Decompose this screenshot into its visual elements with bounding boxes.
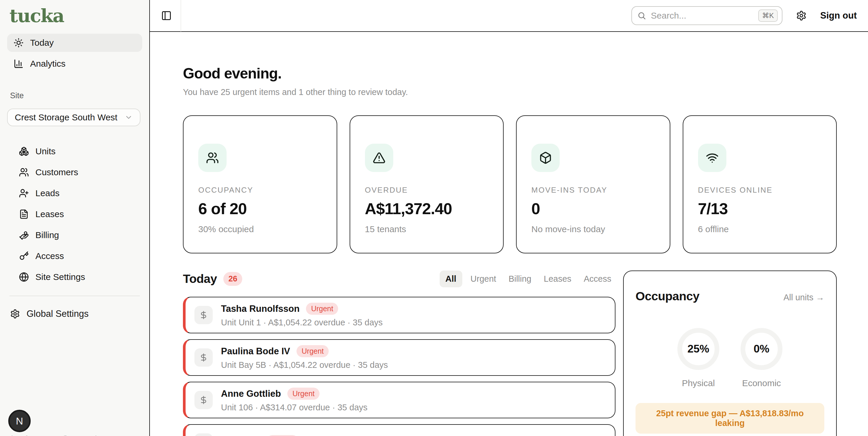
tab-urgent[interactable]: Urgent (466, 271, 500, 287)
search-icon (637, 11, 646, 20)
site-selector-value: Crest Storage South West (15, 113, 117, 122)
revenue-gap-alert: 25pt revenue gap — A$13,818.83/mo leakin… (636, 403, 824, 434)
hand-coins-icon (19, 230, 29, 240)
stat-label: OVERDUE (365, 186, 489, 195)
globe-icon (19, 272, 29, 282)
sidebar-item-billing[interactable]: Billing (12, 226, 142, 244)
stat-value: A$11,372.40 (365, 199, 489, 218)
occupancy-panel: Occupancy All units → 25% Physical (623, 271, 837, 436)
sidebar-item-leases[interactable]: Leases (12, 205, 142, 223)
feed-header: Today 26 All Urgent Billing Leases Acces… (183, 271, 615, 287)
app-root: tucka Today Analytics Site Crest Storage… (0, 0, 868, 436)
avatar[interactable]: N (8, 410, 31, 432)
sign-out-button[interactable]: Sign out (820, 10, 857, 21)
urgent-badge: Urgent (297, 345, 329, 357)
stat-subtext: 15 tenants (365, 224, 489, 234)
sidebar-item-customers[interactable]: Customers (12, 163, 142, 181)
settings-gear-button[interactable] (796, 10, 807, 21)
feed-item-detail: Unit 106 · A$314.07 overdue · 35 days (221, 403, 368, 412)
feed-item-name: Paulina Bode IV (221, 346, 290, 356)
dollar-icon (194, 433, 213, 436)
wifi-icon (698, 144, 726, 172)
today-feed: Today 26 All Urgent Billing Leases Acces… (183, 271, 615, 436)
urgent-badge: Urgent (267, 435, 299, 436)
stat-value: 7/13 (698, 199, 822, 218)
header-divider (181, 0, 181, 32)
dollar-icon (194, 391, 213, 409)
sidebar-item-label: Site Settings (35, 272, 85, 282)
sidebar: tucka Today Analytics Site Crest Storage… (0, 0, 150, 436)
stat-value: 6 of 20 (198, 199, 322, 218)
sidebar-toggle-button[interactable] (161, 10, 172, 21)
panel-title: Occupancy (636, 289, 700, 303)
feed-item-name: Anne Gottlieb (221, 388, 281, 399)
tab-all[interactable]: All (440, 271, 462, 287)
brand-logo[interactable]: tucka (9, 6, 142, 26)
gauge-label: Physical (682, 378, 715, 388)
gauge-value: 0% (753, 343, 769, 355)
tab-billing[interactable]: Billing (504, 271, 535, 287)
sidebar-item-label: Leads (35, 188, 60, 198)
search-placeholder: Search... (651, 11, 753, 21)
stat-label: MOVE-INS TODAY (531, 186, 655, 195)
sidebar-item-label: Analytics (30, 59, 65, 69)
sidebar-item-label: Today (30, 38, 54, 48)
feed-item[interactable]: Paulina Bode IV Urgent Unit Bay 5B · A$1… (183, 339, 615, 376)
key-icon (19, 251, 29, 261)
sidebar-divider (9, 295, 140, 296)
sidebar-site-nav: Units Customers Leads Leases (7, 142, 142, 286)
stat-label: DEVICES ONLINE (698, 186, 822, 195)
main-content: Good evening. You have 25 urgent items a… (150, 32, 868, 436)
sidebar-item-units[interactable]: Units (12, 142, 142, 160)
sidebar-item-label: Billing (35, 230, 59, 240)
feed-item-name: Tasha Runolfsson (221, 304, 300, 314)
bottom-section: Today 26 All Urgent Billing Leases Acces… (183, 271, 837, 436)
dollar-icon (194, 306, 213, 324)
stat-subtext: 30% occupied (198, 224, 322, 234)
feed-item-detail: Unit Bay 5B · A$1,054.22 overdue · 35 da… (221, 360, 388, 370)
feed-item-detail: Unit Unit 1 · A$1,054.22 overdue · 35 da… (221, 318, 383, 328)
site-section-label: Site (10, 91, 142, 100)
sidebar-main-nav: Today Analytics (7, 34, 142, 73)
feed-filter-tabs: All Urgent Billing Leases Access (440, 271, 615, 287)
sidebar-item-label: Access (35, 251, 64, 261)
sidebar-item-leads[interactable]: Leads (12, 184, 142, 203)
tab-access[interactable]: Access (580, 271, 615, 287)
sidebar-item-access[interactable]: Access (12, 247, 142, 265)
feed-item[interactable]: Anne Gottlieb Urgent Unit 106 · A$314.07… (183, 382, 615, 418)
sidebar-item-global-settings[interactable]: Global Settings (7, 305, 142, 323)
content-column: Search... ⌘K Sign out Good evening. You … (150, 0, 868, 436)
all-units-link[interactable]: All units → (783, 293, 824, 302)
feed-item[interactable]: Ray Torp Urgent (183, 424, 615, 436)
occupancy-gauges: 25% Physical 0% Economic (636, 328, 824, 388)
gauge-economic: 0% Economic (741, 328, 782, 388)
chevron-down-icon (125, 113, 133, 122)
gear-icon (10, 309, 20, 319)
site-selector[interactable]: Crest Storage South West (7, 108, 141, 126)
dollar-icon (194, 348, 213, 367)
user-plus-icon (19, 188, 29, 198)
gauge-physical: 25% Physical (677, 328, 719, 388)
sidebar-item-label: Leases (35, 209, 64, 219)
search-shortcut-badge: ⌘K (758, 9, 778, 22)
greeting-title: Good evening. (183, 65, 837, 82)
tab-leases[interactable]: Leases (539, 271, 576, 287)
stat-value: 0 (531, 199, 655, 218)
users-icon (19, 167, 29, 177)
sidebar-item-analytics[interactable]: Analytics (7, 55, 142, 73)
boxes-icon (19, 146, 29, 156)
sidebar-item-label: Customers (35, 167, 78, 177)
gear-icon (796, 10, 807, 21)
user-info: N dev-f2824265@example.com (8, 410, 120, 436)
feed-list: Tasha Runolfsson Urgent Unit Unit 1 · A$… (183, 297, 615, 436)
sidebar-item-label: Units (35, 146, 56, 156)
sidebar-item-site-settings[interactable]: Site Settings (12, 268, 142, 286)
feed-item[interactable]: Tasha Runolfsson Urgent Unit Unit 1 · A$… (183, 297, 615, 333)
sidebar-item-today[interactable]: Today (7, 34, 142, 52)
stat-card-overdue: OVERDUE A$11,372.40 15 tenants (350, 115, 504, 253)
greeting-subtitle: You have 25 urgent items and 1 other thi… (183, 87, 837, 97)
stat-subtext: No move-ins today (531, 224, 655, 234)
search-input[interactable]: Search... ⌘K (631, 6, 782, 25)
stat-card-occupancy: OCCUPANCY 6 of 20 30% occupied (183, 115, 337, 253)
gauge-ring: 0% (741, 328, 782, 370)
